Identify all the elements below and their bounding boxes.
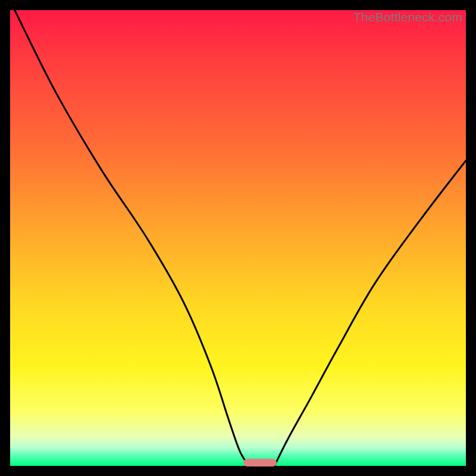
plot-area: TheBottleneck.com — [10, 10, 466, 466]
bottleneck-marker — [243, 459, 277, 466]
right-curve-path — [274, 161, 466, 466]
left-curve-path — [15, 10, 250, 466]
chart-lines — [10, 10, 466, 466]
chart-frame: TheBottleneck.com — [0, 0, 476, 476]
